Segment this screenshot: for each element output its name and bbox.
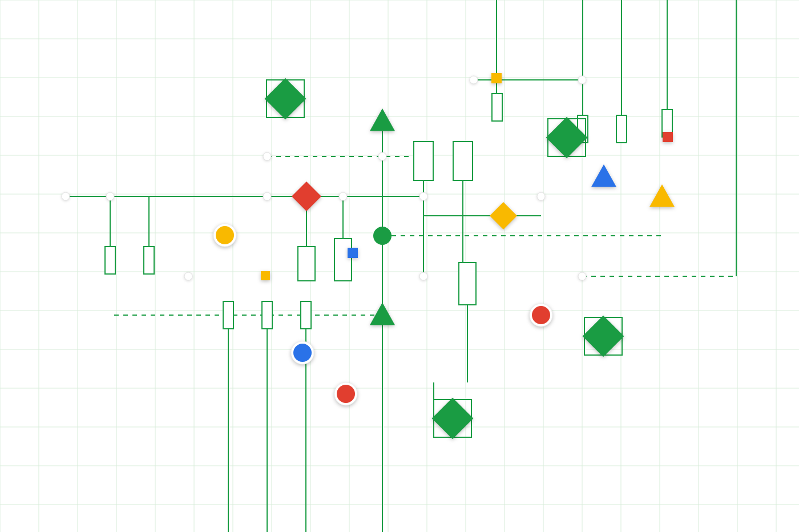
square-red	[663, 132, 673, 142]
box-d	[262, 301, 272, 329]
circle-blue	[293, 344, 312, 362]
junction-dot	[419, 192, 427, 200]
junction-dot	[62, 192, 70, 200]
framed-diamond-mid	[432, 398, 474, 440]
box-k	[492, 94, 502, 121]
junction-dot	[578, 272, 586, 280]
box-j	[459, 263, 476, 305]
junction-dot	[378, 152, 386, 160]
junction-dot	[537, 192, 545, 200]
triangle-blue	[591, 164, 616, 187]
square-yellow-small	[261, 271, 270, 280]
diamond-red	[292, 182, 321, 211]
box-g	[334, 239, 352, 281]
framed-diamond-bottom-right	[583, 316, 624, 357]
triangle-yellow	[649, 184, 675, 207]
box-c	[223, 301, 233, 329]
circle-yellow	[216, 226, 234, 244]
junction-dot	[470, 76, 478, 84]
junction-dot	[263, 192, 271, 200]
circle-red-lower	[337, 385, 355, 403]
connector	[423, 196, 541, 216]
box-h	[414, 142, 433, 180]
junction-dot	[339, 192, 347, 200]
square-blue	[348, 248, 358, 258]
box-f	[298, 247, 315, 281]
square-yellow-top	[491, 73, 502, 83]
box-e	[301, 301, 311, 329]
box-m	[616, 115, 627, 143]
circle-green	[373, 227, 392, 245]
circle-red-right	[532, 306, 550, 324]
box-b	[144, 247, 154, 274]
junction-dot	[184, 272, 192, 280]
junction-dot	[419, 272, 427, 280]
diamond-yellow	[490, 202, 517, 229]
junction-dot	[106, 192, 114, 200]
framed-diamond-top	[265, 78, 306, 120]
junction-dot	[578, 76, 586, 84]
diagram-svg	[0, 0, 799, 532]
diagram-canvas	[0, 0, 799, 532]
triangle-green-mid	[370, 303, 395, 325]
triangle-green-top	[370, 108, 395, 131]
junction-dot	[263, 152, 271, 160]
box-i	[453, 142, 473, 180]
box-a	[105, 247, 115, 274]
